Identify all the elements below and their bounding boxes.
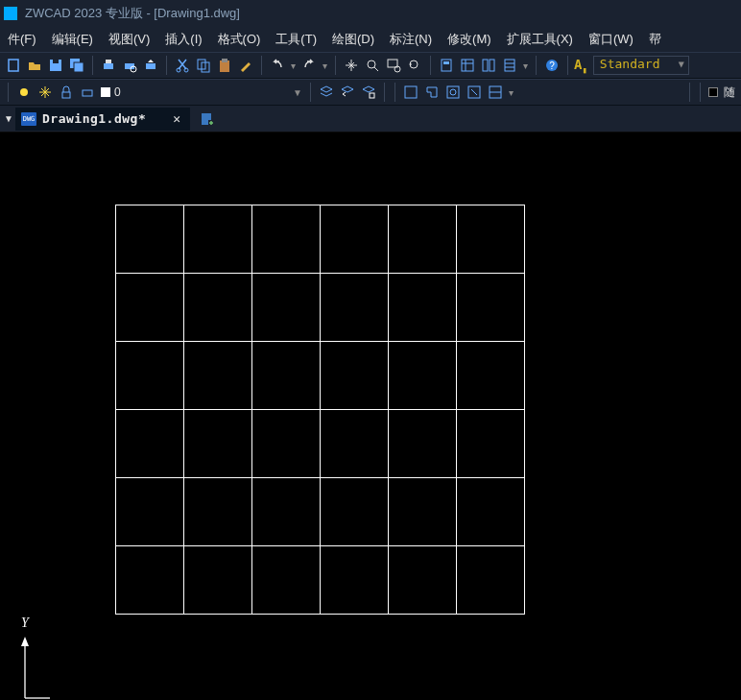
zoom-window-button[interactable]: [384, 56, 403, 75]
copy-button[interactable]: [194, 56, 213, 75]
svg-rect-29: [62, 92, 70, 98]
layer-manager-button[interactable]: [317, 83, 336, 102]
layer-color-swatch[interactable]: [101, 87, 110, 97]
tab-list-dropdown[interactable]: ▼: [2, 108, 15, 131]
dwg-file-icon: DWG: [21, 112, 36, 126]
grid-drawing: [115, 205, 525, 615]
svg-text:?: ?: [549, 60, 555, 71]
undo-button[interactable]: [268, 56, 287, 75]
separator: [430, 56, 431, 75]
layer-dropdown[interactable]: ▼: [291, 87, 304, 98]
svg-rect-17: [388, 60, 397, 67]
separator: [261, 56, 262, 75]
svg-rect-0: [9, 60, 18, 71]
save-button[interactable]: [46, 56, 65, 75]
redo-dropdown[interactable]: ▾: [321, 60, 329, 71]
svg-rect-9: [146, 63, 155, 69]
svg-rect-24: [490, 60, 494, 71]
text-style-prefix-icon: A▮: [574, 57, 587, 75]
menu-tools[interactable]: 工具(T): [268, 27, 324, 52]
viewport-poly-button[interactable]: [422, 83, 442, 102]
layer-plot-icon[interactable]: [78, 83, 97, 102]
text-style-select[interactable]: Standard ▼: [593, 56, 689, 75]
svg-rect-23: [483, 60, 488, 71]
separator: [384, 83, 385, 102]
separator: [567, 56, 568, 75]
separator: [689, 83, 690, 102]
layer-name[interactable]: 0: [114, 85, 121, 99]
paste-button[interactable]: [215, 56, 234, 75]
menu-ext[interactable]: 扩展工具(X): [499, 27, 581, 52]
svg-rect-32: [405, 86, 417, 98]
svg-rect-4: [74, 62, 84, 72]
app-icon: [4, 7, 17, 20]
menu-draw[interactable]: 绘图(D): [324, 27, 382, 52]
layer-previous-button[interactable]: [338, 83, 357, 102]
calculator-button[interactable]: [437, 56, 456, 75]
zoom-previous-button[interactable]: [405, 56, 424, 75]
close-tab-button[interactable]: ✕: [173, 111, 180, 126]
layer-lock-icon[interactable]: [57, 83, 76, 102]
svg-rect-5: [104, 63, 113, 69]
menu-modify[interactable]: 修改(M): [440, 27, 499, 52]
viewport-clip-button[interactable]: [465, 83, 484, 102]
color-bylayer-swatch[interactable]: [708, 87, 718, 97]
viewport-object-button[interactable]: [443, 83, 463, 102]
separator: [166, 56, 167, 75]
separator: [310, 83, 311, 102]
new-button[interactable]: [4, 56, 23, 75]
svg-rect-21: [443, 61, 449, 64]
properties-button[interactable]: [458, 56, 477, 75]
menu-window[interactable]: 窗口(W): [581, 27, 641, 52]
ucs-indicator: Y: [13, 614, 52, 700]
separator: [92, 56, 93, 75]
svg-rect-25: [505, 60, 514, 71]
separator: [700, 83, 701, 102]
toolbar-main: ▾ ▾ ▾ ? A▮ Standard ▼: [0, 52, 741, 79]
publish-button[interactable]: [141, 56, 160, 75]
zoom-realtime-button[interactable]: [363, 56, 382, 75]
layer-freeze-icon[interactable]: [36, 83, 55, 102]
file-tab-drawing1[interactable]: DWG Drawing1.dwg* ✕: [15, 108, 190, 131]
menu-file[interactable]: 件(F): [0, 27, 44, 52]
print-preview-button[interactable]: [120, 56, 139, 75]
svg-rect-31: [370, 93, 374, 98]
color-bylayer-label[interactable]: 随: [722, 84, 737, 101]
cut-button[interactable]: [173, 56, 192, 75]
design-center-button[interactable]: [479, 56, 498, 75]
help-button[interactable]: ?: [542, 56, 562, 75]
menu-help[interactable]: 帮: [641, 27, 669, 52]
palette-dropdown[interactable]: ▾: [521, 60, 530, 71]
save-all-button[interactable]: [67, 56, 86, 75]
new-tab-button[interactable]: [196, 108, 219, 131]
menu-edit[interactable]: 编辑(E): [44, 27, 101, 52]
menu-dim[interactable]: 标注(N): [382, 27, 440, 52]
print-button[interactable]: [99, 56, 118, 75]
undo-dropdown[interactable]: ▾: [289, 60, 298, 71]
separator: [394, 83, 395, 102]
svg-rect-30: [83, 90, 92, 96]
toolbar-layers: 0 ▼ ▾ 随: [0, 79, 741, 106]
app-title: ZWCAD 2023 专业版 - [Drawing1.dwg]: [25, 5, 240, 22]
viewport-scale-button[interactable]: [486, 83, 505, 102]
svg-rect-6: [106, 60, 111, 63]
svg-point-28: [20, 88, 28, 96]
tool-palette-button[interactable]: [500, 56, 519, 75]
viewport-single-button[interactable]: [401, 83, 420, 102]
file-tab-label: Drawing1.dwg*: [42, 111, 146, 126]
svg-rect-33: [447, 86, 459, 98]
layer-states-button[interactable]: [359, 83, 378, 102]
svg-point-16: [368, 60, 375, 68]
text-style-value: Standard: [600, 57, 660, 71]
redo-button[interactable]: [299, 56, 319, 75]
pan-button[interactable]: [342, 56, 361, 75]
drawing-canvas[interactable]: Y: [0, 133, 741, 700]
viewport-dropdown[interactable]: ▾: [507, 87, 515, 98]
menu-format[interactable]: 格式(O): [210, 27, 269, 52]
menu-view[interactable]: 视图(V): [101, 27, 157, 52]
layer-light-icon[interactable]: [14, 83, 34, 102]
menu-insert[interactable]: 插入(I): [157, 27, 209, 52]
match-properties-button[interactable]: [236, 56, 255, 75]
open-button[interactable]: [25, 56, 44, 75]
svg-rect-2: [53, 60, 59, 63]
